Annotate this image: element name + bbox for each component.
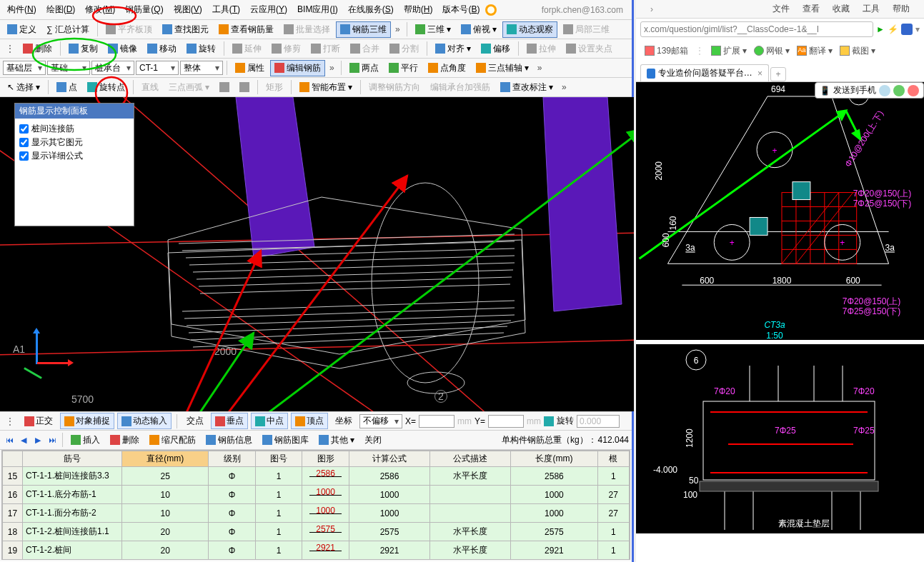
menu-help[interactable]: 帮助(H) <box>399 1 437 18</box>
share-icon[interactable] <box>893 85 905 96</box>
floor-select[interactable]: 基础层 <box>3 61 46 75</box>
nav-prev[interactable]: ◀ <box>17 433 30 446</box>
col-4[interactable]: 图号 <box>255 451 302 467</box>
two-point-button[interactable]: 两点 <box>345 60 383 76</box>
line-button[interactable]: 直线 <box>137 79 163 96</box>
copy-button[interactable]: 复制 <box>64 41 102 57</box>
find-element-button[interactable]: 查找图元 <box>158 21 213 38</box>
cb-show-formula[interactable]: 显示详细公式 <box>19 150 129 162</box>
cb-show-others[interactable]: 显示其它图元 <box>19 136 129 149</box>
break-button[interactable]: 打断 <box>307 41 344 57</box>
translate-button[interactable]: Aa翻译 ▾ <box>797 45 833 57</box>
col-3[interactable]: 级别 <box>209 451 256 467</box>
delete-button[interactable]: 删除 <box>19 41 56 57</box>
move-button[interactable]: 移动 <box>143 41 181 57</box>
menu-draw[interactable]: 绘图(D) <box>42 1 80 18</box>
extend-button[interactable]: 延伸 <box>228 41 266 57</box>
x-field[interactable] <box>419 415 454 428</box>
offset-button[interactable]: 偏移 <box>477 41 515 57</box>
view-label-button[interactable]: 查改标注 ▾ <box>496 79 557 96</box>
attr-button[interactable]: 属性 <box>231 60 269 76</box>
table-row[interactable]: 19CT-1-2.桩间20Φ129212921水平长度29211 <box>3 541 630 560</box>
grid-delete[interactable]: 删除 <box>106 432 144 448</box>
select-button[interactable]: ↖ 选择 ▾ <box>3 79 44 96</box>
offset-mode[interactable]: 不偏移 <box>359 414 402 428</box>
category-select[interactable]: 基础 <box>47 61 90 75</box>
col-9[interactable]: 根 <box>597 451 629 467</box>
expander-3b[interactable]: » <box>535 63 545 73</box>
rotate-point-button[interactable]: 旋转点 <box>83 79 129 96</box>
col-0[interactable] <box>3 451 23 467</box>
cad-drawing-top[interactable]: + + + 694 2000 600 160 3a 3a Φ10@200(上.下… <box>636 81 924 340</box>
elevation-button[interactable]: 俯视 ▾ <box>457 21 501 38</box>
user-email[interactable]: forpk.chen@163.com <box>536 5 629 15</box>
col-7[interactable]: 公式描述 <box>430 451 511 467</box>
rebar-display-panel[interactable]: 钢筋显示控制面板 桩间连接筋 显示其它图元 显示详细公式 <box>14 103 134 226</box>
flash-icon[interactable]: ⚡ <box>888 24 898 34</box>
screenshot-button[interactable]: 截图 ▾ <box>840 45 875 57</box>
split-button[interactable]: 分割 <box>385 41 423 57</box>
dynamic-view-button[interactable]: 动态观察 <box>502 21 557 38</box>
mail-139[interactable]: 139邮箱 <box>645 45 688 57</box>
three-d-button[interactable]: 三维 ▾ <box>411 21 455 38</box>
point-angle-button[interactable]: 点角度 <box>424 60 470 76</box>
menu-rebar[interactable]: 钢筋量(Q) <box>121 1 167 18</box>
part-select[interactable]: 整体 <box>180 61 223 75</box>
br-help[interactable]: 帮助 <box>893 3 910 15</box>
mid-toggle[interactable]: 中点 <box>251 413 288 429</box>
batch-select-button[interactable]: 批量选择 <box>279 21 334 38</box>
point-button[interactable]: 点 <box>52 79 81 96</box>
table-row[interactable]: 15CT-1-1.桩间连接筋3.325Φ125862586水平长度25861 <box>3 467 630 486</box>
new-tab-button[interactable]: + <box>770 67 786 81</box>
menu-cloud[interactable]: 云应用(Y) <box>246 1 292 18</box>
parallel-button[interactable]: 平行 <box>384 60 422 76</box>
grid-insert[interactable]: 插入 <box>66 432 104 448</box>
paw-icon[interactable] <box>901 24 913 35</box>
rect-button[interactable]: 矩形 <box>262 79 287 96</box>
grid-info[interactable]: 钢筋信息 <box>202 432 257 448</box>
expander-4[interactable]: » <box>559 82 570 92</box>
merge-button[interactable]: 合并 <box>346 41 384 57</box>
expander-3[interactable]: » <box>327 63 337 73</box>
face-icon[interactable] <box>485 4 497 16</box>
perp-toggle[interactable]: 垂点 <box>211 413 248 429</box>
define-button[interactable]: 定义 <box>3 21 41 38</box>
edit-rebar-button[interactable]: 编辑钢筋 <box>270 60 325 76</box>
code-select[interactable]: CT-1 <box>136 61 179 75</box>
y-field[interactable] <box>488 415 524 428</box>
coord-toggle[interactable]: 坐标 <box>331 413 357 429</box>
rebar-3d-button[interactable]: 钢筋三维 <box>336 21 391 38</box>
sum-button[interactable]: ∑ 汇总计算 <box>42 21 94 38</box>
col-5[interactable]: 图形 <box>302 451 349 467</box>
nav-last[interactable]: ⏭ <box>46 433 59 446</box>
rebar-grid[interactable]: 筋号直径(mm)级别图号图形计算公式公式描述长度(mm)根 15CT-1-1.桩… <box>1 450 630 560</box>
br-view[interactable]: 查看 <box>803 3 820 15</box>
col-1[interactable]: 筋号 <box>23 451 122 467</box>
go-icon[interactable]: ► <box>876 24 885 34</box>
table-row[interactable]: 16CT-1-1.底分布筋-110Φ110001000100027 <box>3 486 630 504</box>
br-fav[interactable]: 收藏 <box>833 3 850 15</box>
cad-drawing-bottom[interactable]: 6 7Φ20 7Φ20 7Φ25 7Φ25 1200 -4.000 50 <box>636 344 924 533</box>
col-2[interactable]: 直径(mm) <box>122 451 209 467</box>
bank-button[interactable]: 网银 ▾ <box>754 45 790 57</box>
table-row[interactable]: 17CT-1-1.面分布筋-210Φ110001000100027 <box>3 504 630 523</box>
rotate-button[interactable]: 旋转 <box>182 41 220 57</box>
setgrip-button[interactable]: 设置夹点 <box>562 41 617 57</box>
menu-version[interactable]: 版本号(B) <box>438 1 484 18</box>
tab-active[interactable]: 专业造价问题答疑平台-广联达| × <box>640 64 769 81</box>
mirror-button[interactable]: 镜像 <box>104 41 141 57</box>
menu-online[interactable]: 在线服务(S) <box>344 1 398 18</box>
cb-pile-connector[interactable]: 桩间连接筋 <box>19 123 129 135</box>
viewport-3d[interactable]: 钢筋显示控制面板 桩间连接筋 显示其它图元 显示详细公式 A1 2000 570… <box>0 97 634 411</box>
subcat-select[interactable]: 桩承台 <box>91 61 134 75</box>
table-row[interactable]: 18CT-1-2.桩间连接筋1.120Φ125752575水平长度25751 <box>3 523 630 541</box>
menu-modify[interactable]: 修改(M) <box>81 1 119 18</box>
grid-ruler[interactable]: 缩尺配筋 <box>145 432 200 448</box>
local-3d-button[interactable]: 局部三维 <box>559 21 614 38</box>
grid-other[interactable]: 其他 ▾ <box>314 432 359 448</box>
rot-field[interactable] <box>577 415 620 428</box>
level-button[interactable]: 平齐板顶 <box>101 21 157 38</box>
ortho-toggle[interactable]: 正交 <box>20 413 57 429</box>
snap-toggle[interactable]: 对象捕捉 <box>60 413 114 429</box>
br-file[interactable]: 文件 <box>773 3 790 15</box>
